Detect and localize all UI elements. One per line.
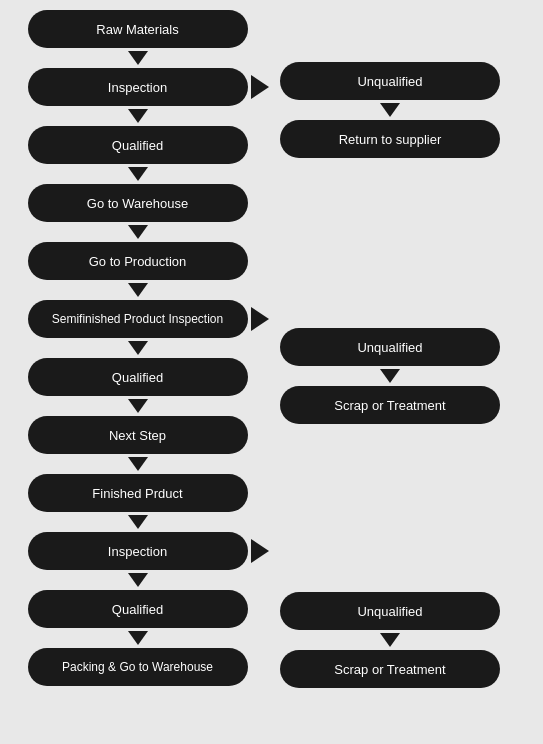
arrow-down-1 (128, 51, 148, 65)
arrow-down-r2 (380, 369, 400, 383)
left-column: Raw Materials Inspection Qualified Go to… (10, 10, 265, 686)
unqualified2-box: Unqualified (280, 328, 500, 366)
arrow-right-shape-1 (251, 75, 269, 99)
finished-product-box: Finished Prduct (28, 474, 248, 512)
arrow-down-11 (128, 631, 148, 645)
arrow-down-3 (128, 167, 148, 181)
arrow-right-1 (251, 75, 269, 99)
arrow-down-2 (128, 109, 148, 123)
right-column: Unqualified Return to supplier Unqualifi… (275, 10, 505, 688)
qualified1-box: Qualified (28, 126, 248, 164)
arrow-right-3 (251, 539, 269, 563)
next-step-box: Next Step (28, 416, 248, 454)
arrow-down-4 (128, 225, 148, 239)
flowchart: Raw Materials Inspection Qualified Go to… (10, 10, 533, 688)
return-to-supplier-box: Return to supplier (280, 120, 500, 158)
arrow-down-7 (128, 399, 148, 413)
scrap-or-treatment2-box: Scrap or Treatment (280, 650, 500, 688)
inspection1-box: Inspection (28, 68, 248, 106)
packing-box: Packing & Go to Warehouse (28, 648, 248, 686)
raw-materials-box: Raw Materials (28, 10, 248, 48)
arrow-down-r3 (380, 633, 400, 647)
unqualified1-box: Unqualified (280, 62, 500, 100)
go-to-production-box: Go to Production (28, 242, 248, 280)
scrap-or-treatment1-box: Scrap or Treatment (280, 386, 500, 424)
arrow-right-shape-3 (251, 539, 269, 563)
qualified3-box: Qualified (28, 590, 248, 628)
arrow-down-9 (128, 515, 148, 529)
arrow-right-shape-2 (251, 307, 269, 331)
qualified2-box: Qualified (28, 358, 248, 396)
unqualified3-box: Unqualified (280, 592, 500, 630)
arrow-down-6 (128, 341, 148, 355)
semifinished-inspection-box: Semifinished Product Inspection (28, 300, 248, 338)
arrow-right-2 (251, 307, 269, 331)
arrow-down-8 (128, 457, 148, 471)
arrow-down-r1 (380, 103, 400, 117)
arrow-down-5 (128, 283, 148, 297)
go-to-warehouse-box: Go to Warehouse (28, 184, 248, 222)
inspection2-box: Inspection (28, 532, 248, 570)
arrow-down-10 (128, 573, 148, 587)
